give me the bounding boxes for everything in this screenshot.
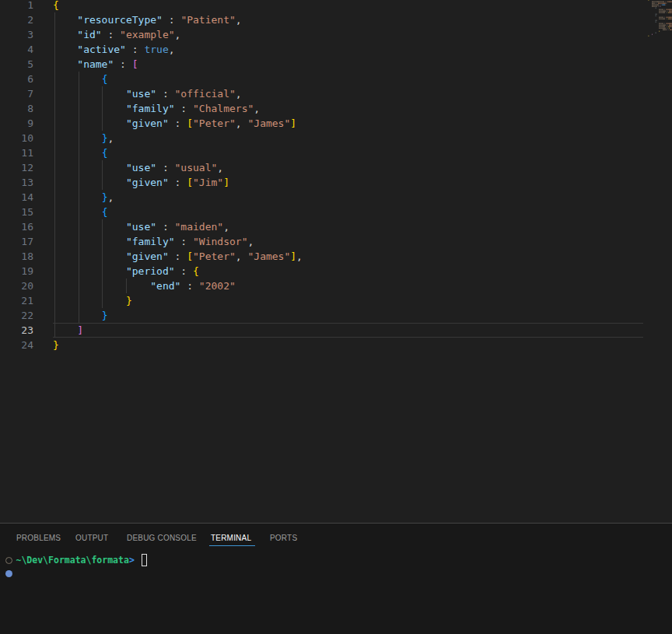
code-token-b0: [: [187, 117, 193, 129]
line-number: 5: [0, 57, 33, 72]
line-number: 7: [0, 86, 33, 101]
code-line-7[interactable]: 7 "use" : "official",: [0, 86, 672, 101]
line-number: 24: [0, 338, 33, 352]
code-token-str: "Patient": [180, 14, 235, 26]
code-token-punc: ,: [247, 236, 254, 247]
code-line-18[interactable]: 18 "given" : ["Peter", "James"],: [0, 249, 672, 264]
line-number: 15: [0, 205, 33, 219]
code-text: "family" : "Windsor",: [53, 234, 254, 249]
code-line-2[interactable]: 2 "resourceType" : "Patient",: [0, 12, 672, 27]
code-token-punc: :: [180, 280, 198, 292]
code-text: "name" : [: [53, 57, 138, 72]
code-line-10[interactable]: 10 },: [0, 131, 672, 145]
code-token-ws: [53, 177, 126, 188]
code-line-15[interactable]: 15 {: [0, 205, 672, 219]
code-token-str: "maiden": [175, 221, 224, 233]
panel-tab-debug-console[interactable]: DEBUG CONSOLE: [127, 533, 197, 544]
code-token-b0: ]: [290, 117, 296, 129]
code-token-punc: :: [169, 177, 187, 188]
code-text: {: [53, 205, 107, 219]
panel-tab-problems[interactable]: PROBLEMS: [16, 533, 61, 544]
code-text: "given" : ["Peter", "James"]: [53, 116, 296, 131]
code-token-key: "end": [150, 280, 180, 292]
terminal-command-decoration-icon[interactable]: [5, 557, 12, 564]
code-text: "end" : "2002": [53, 278, 236, 293]
code-text: "family" : "Chalmers",: [53, 101, 260, 116]
code-token-ws: [53, 147, 102, 159]
code-token-key: "id": [77, 29, 101, 40]
code-line-21[interactable]: 21 }: [0, 293, 672, 308]
code-line-5[interactable]: 5 "name" : [: [0, 57, 672, 72]
code-token-punc: :: [163, 14, 180, 26]
code-token-punc: :: [156, 221, 174, 233]
code-token-ws: [53, 58, 77, 70]
code-token-key: "period": [126, 265, 175, 277]
code-token-punc: :: [175, 103, 193, 114]
code-token-ws: [53, 221, 126, 233]
code-token-ws: [53, 250, 126, 262]
code-line-9[interactable]: 9 "given" : ["Peter", "James"]: [0, 116, 672, 131]
line-number: 18: [0, 249, 33, 264]
code-token-str: "James": [247, 250, 290, 262]
code-token-ws: [53, 265, 126, 277]
code-line-16[interactable]: 16 "use" : "maiden",: [0, 219, 672, 234]
code-token-punc: ,: [175, 29, 181, 40]
code-token-punc: :: [126, 44, 144, 55]
code-token-key: "resourceType": [77, 14, 163, 26]
panel-tab-terminal[interactable]: TERMINAL: [211, 533, 251, 544]
code-token-ws: [53, 88, 126, 100]
terminal-prompt[interactable]: ~\Dev\Formata\formata>: [16, 554, 135, 567]
code-line-12[interactable]: 12 "use" : "usual",: [0, 160, 672, 175]
code-line-4[interactable]: 4 "active" : true,: [0, 42, 672, 57]
code-token-str: "official": [175, 88, 236, 100]
code-line-3[interactable]: 3 "id" : "example",: [0, 27, 672, 42]
code-line-1[interactable]: 1{: [0, 0, 672, 12]
code-token-key: "use": [126, 221, 156, 233]
line-number: 1: [0, 0, 33, 12]
code-token-b2: {: [102, 73, 108, 85]
code-token-ws: [53, 280, 150, 292]
code-token-str: "Windsor": [193, 236, 247, 247]
line-number: 9: [0, 116, 33, 131]
code-token-punc: :: [169, 250, 187, 262]
code-line-19[interactable]: 19 "period" : {: [0, 264, 672, 278]
code-token-punc: :: [175, 236, 193, 247]
code-text: "active" : true,: [53, 42, 175, 57]
code-token-ws: [53, 162, 126, 173]
code-token-ws: [53, 117, 126, 129]
code-token-ws: [53, 206, 102, 218]
line-number: 4: [0, 42, 33, 57]
code-token-punc: :: [169, 117, 187, 129]
editor-pane[interactable]: 1{2 "resourceType" : "Patient",3 "id" : …: [0, 0, 672, 523]
code-line-13[interactable]: 13 "given" : ["Jim"]: [0, 175, 672, 190]
code-line-24[interactable]: 24}: [0, 338, 672, 352]
code-token-punc: ,: [296, 250, 303, 262]
code-token-kw: true: [144, 44, 168, 55]
code-line-20[interactable]: 20 "end" : "2002": [0, 278, 672, 293]
minimap[interactable]: [648, 0, 672, 39]
terminal-command-decoration-dot[interactable]: [5, 570, 12, 577]
code-token-ws: [53, 132, 102, 144]
panel-tab-ports[interactable]: PORTS: [270, 533, 297, 544]
code-line-23[interactable]: 23 ]: [0, 323, 672, 338]
code-line-17[interactable]: 17 "family" : "Windsor",: [0, 234, 672, 249]
code-token-b2: }: [102, 310, 108, 321]
code-line-14[interactable]: 14 },: [0, 190, 672, 205]
bottom-panel: PROBLEMSOUTPUTDEBUG CONSOLETERMINALPORTS…: [0, 523, 672, 634]
code-text: "resourceType" : "Patient",: [53, 12, 242, 27]
code-token-punc: ,: [107, 132, 114, 144]
code-line-6[interactable]: 6 {: [0, 72, 672, 86]
code-line-11[interactable]: 11 {: [0, 145, 672, 160]
code-token-b0: [: [187, 177, 193, 188]
code-text: "use" : "maiden",: [53, 219, 229, 234]
line-number: 2: [0, 12, 33, 27]
code-token-punc: ,: [236, 88, 242, 100]
code-line-22[interactable]: 22 }: [0, 308, 672, 323]
code-line-8[interactable]: 8 "family" : "Chalmers",: [0, 101, 672, 116]
code-token-punc: ,: [236, 117, 248, 129]
panel-tab-output[interactable]: OUTPUT: [75, 533, 108, 544]
code-token-punc: ,: [169, 44, 175, 55]
code-token-punc: ,: [236, 14, 242, 26]
code-text: "given" : ["Peter", "James"],: [53, 249, 303, 264]
panel-tab-bar: PROBLEMSOUTPUTDEBUG CONSOLETERMINALPORTS: [0, 533, 672, 544]
